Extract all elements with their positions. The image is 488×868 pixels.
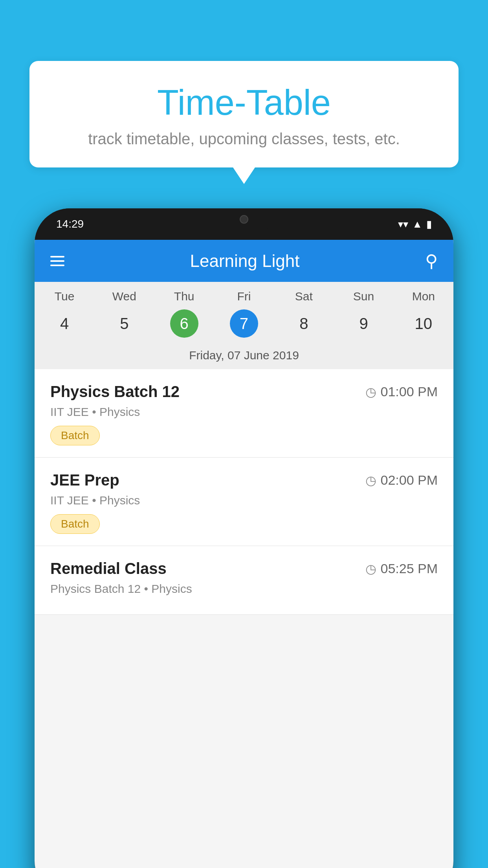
- date-col-9[interactable]: 9: [334, 309, 393, 338]
- dates-row: 4 5 6 7 8 9: [35, 306, 453, 344]
- wifi-icon: ▾▾: [398, 218, 408, 230]
- class-time-0: ◷ 01:00 PM: [365, 384, 438, 399]
- clock-icon-1: ◷: [365, 473, 376, 488]
- phone-mockup: 14:29 ▾▾ ▲ ▮ Learning Light ⚲: [35, 208, 453, 868]
- speech-bubble-container: Time-Table track timetable, upcoming cla…: [29, 61, 459, 167]
- class-meta-2: Physics Batch 12 • Physics: [50, 582, 438, 596]
- calendar-strip: Tue Wed Thu Fri Sat Sun: [35, 282, 453, 369]
- bubble-subtitle: track timetable, upcoming classes, tests…: [53, 130, 435, 148]
- batch-tag-1: Batch: [50, 514, 100, 534]
- date-7-selected: 7: [230, 309, 258, 338]
- day-col-thu[interactable]: Thu: [154, 290, 214, 303]
- date-8: 8: [290, 309, 318, 338]
- class-name-1: JEE Prep: [50, 471, 119, 489]
- day-name-fri: Fri: [237, 290, 251, 303]
- status-icons: ▾▾ ▲ ▮: [398, 218, 432, 230]
- day-name-mon: Mon: [412, 290, 435, 303]
- time-value-0: 01:00 PM: [380, 384, 438, 399]
- day-name-thu: Thu: [174, 290, 194, 303]
- phone-frame: 14:29 ▾▾ ▲ ▮ Learning Light ⚲: [35, 208, 453, 868]
- hamburger-menu-icon[interactable]: [50, 256, 64, 266]
- date-col-8[interactable]: 8: [274, 309, 334, 338]
- class-card-0[interactable]: Physics Batch 12 ◷ 01:00 PM IIT JEE • Ph…: [35, 369, 453, 458]
- date-9: 9: [350, 309, 378, 338]
- selected-date-label: Friday, 07 June 2019: [35, 344, 453, 369]
- day-name-sat: Sat: [295, 290, 313, 303]
- signal-icon: ▲: [412, 218, 422, 230]
- app-title: Learning Light: [190, 251, 300, 271]
- status-bar: 14:29 ▾▾ ▲ ▮: [35, 208, 453, 240]
- date-col-7[interactable]: 7: [214, 309, 274, 338]
- phone-camera: [240, 215, 248, 224]
- class-meta-1: IIT JEE • Physics: [50, 494, 438, 507]
- day-col-mon[interactable]: Mon: [394, 290, 453, 303]
- phone-notch: [213, 208, 275, 230]
- class-card-1[interactable]: JEE Prep ◷ 02:00 PM IIT JEE • Physics Ba…: [35, 458, 453, 546]
- app-header: Learning Light ⚲: [35, 240, 453, 282]
- day-name-wed: Wed: [112, 290, 136, 303]
- date-4: 4: [50, 309, 79, 338]
- class-time-2: ◷ 05:25 PM: [365, 561, 438, 576]
- class-name-0: Physics Batch 12: [50, 383, 180, 401]
- day-col-sun[interactable]: Sun: [334, 290, 393, 303]
- day-col-wed[interactable]: Wed: [94, 290, 154, 303]
- date-col-6[interactable]: 6: [154, 309, 214, 338]
- batch-tag-0: Batch: [50, 426, 100, 445]
- bubble-title: Time-Table: [53, 83, 435, 123]
- status-time: 14:29: [56, 218, 84, 230]
- clock-icon-0: ◷: [365, 384, 376, 399]
- time-value-2: 05:25 PM: [380, 561, 438, 576]
- app-screen: Learning Light ⚲ Tue Wed Thu Fri: [35, 240, 453, 868]
- date-col-5[interactable]: 5: [94, 309, 154, 338]
- card-top-row-2: Remedial Class ◷ 05:25 PM: [50, 560, 438, 577]
- class-name-2: Remedial Class: [50, 560, 167, 577]
- date-col-4[interactable]: 4: [35, 309, 94, 338]
- class-card-2[interactable]: Remedial Class ◷ 05:25 PM Physics Batch …: [35, 546, 453, 615]
- time-value-1: 02:00 PM: [380, 473, 438, 488]
- day-col-fri[interactable]: Fri: [214, 290, 274, 303]
- day-col-sat[interactable]: Sat: [274, 290, 334, 303]
- card-top-row-0: Physics Batch 12 ◷ 01:00 PM: [50, 383, 438, 401]
- speech-bubble: Time-Table track timetable, upcoming cla…: [29, 61, 459, 167]
- clock-icon-2: ◷: [365, 561, 376, 576]
- date-5: 5: [110, 309, 138, 338]
- day-col-tue[interactable]: Tue: [35, 290, 94, 303]
- class-meta-0: IIT JEE • Physics: [50, 405, 438, 419]
- class-time-1: ◷ 02:00 PM: [365, 473, 438, 488]
- card-top-row-1: JEE Prep ◷ 02:00 PM: [50, 471, 438, 489]
- search-icon[interactable]: ⚲: [425, 251, 438, 271]
- date-col-10[interactable]: 10: [394, 309, 453, 338]
- day-name-tue: Tue: [55, 290, 75, 303]
- days-header: Tue Wed Thu Fri Sat Sun: [35, 282, 453, 306]
- day-name-sun: Sun: [353, 290, 374, 303]
- date-10: 10: [409, 309, 438, 338]
- battery-icon: ▮: [426, 218, 432, 230]
- date-6-today: 6: [170, 309, 198, 338]
